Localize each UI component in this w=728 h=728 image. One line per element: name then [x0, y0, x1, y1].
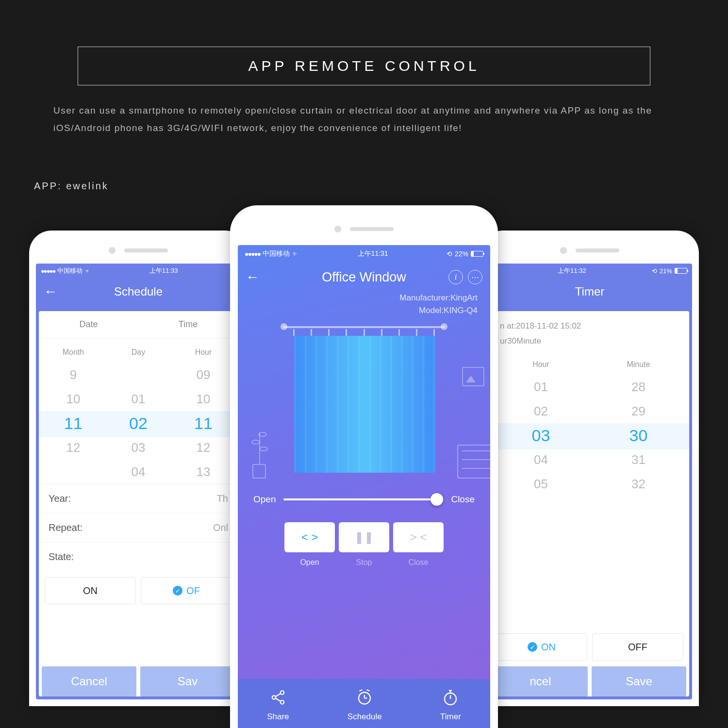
stop-button[interactable]: ❚❚ [339, 522, 389, 552]
timer-icon [441, 688, 460, 707]
save-button[interactable]: Sav [140, 666, 235, 696]
clock-icon [355, 688, 374, 707]
date-picker[interactable]: 9101112 01020304 0910111213 [39, 363, 238, 484]
row-year[interactable]: Year:Th [39, 484, 238, 513]
nav-schedule[interactable]: Schedule [347, 688, 382, 722]
dresser-icon [457, 445, 490, 479]
state-on-button[interactable]: ✓ON [496, 633, 587, 661]
time-picker[interactable]: 0102030405 2829303132 [490, 375, 689, 496]
position-slider[interactable]: Open Close [238, 479, 490, 505]
info-icon[interactable]: i [448, 270, 463, 284]
state-on-button[interactable]: ON [45, 577, 136, 604]
screen-title: Schedule [114, 285, 163, 298]
state-off-button[interactable]: ✓OF [141, 577, 232, 604]
check-icon: ✓ [173, 586, 182, 596]
screen-title: Timer [575, 285, 604, 298]
svg-point-2 [281, 700, 284, 704]
phone-timer: 上午11:32 ⟲21% Timer n at:2018-11-02 15:02… [480, 231, 699, 706]
tab-time[interactable]: Time [138, 311, 238, 338]
wifi-icon: ᯤ [292, 250, 299, 258]
device-meta: Manufacturer:KingArt Model:KING-Q4 [238, 292, 490, 316]
row-state: State: [39, 542, 238, 571]
svg-point-0 [272, 696, 276, 699]
svg-line-8 [360, 690, 363, 691]
more-icon[interactable]: ⋯ [468, 270, 482, 284]
device-title: Office Window [322, 270, 406, 285]
tab-row: Date Time [39, 311, 238, 338]
timer-info: n at:2018-11-02 15:02ur30Minute [490, 311, 689, 350]
back-icon[interactable]: ← [44, 284, 57, 299]
check-icon: ✓ [528, 642, 537, 652]
phone-device-control: ●●●●●中国移动ᯤ 上午11:31 ⟲22% ← Office Window … [230, 205, 498, 728]
row-repeat[interactable]: Repeat:Onl [39, 513, 238, 542]
status-bar: 上午11:32 ⟲21% [487, 264, 692, 278]
close-button[interactable]: > < [393, 522, 444, 552]
page-title: APP REMOTE CONTROL [78, 58, 650, 74]
banner: APP REMOTE CONTROL [78, 47, 650, 85]
state-off-button[interactable]: OFF [592, 633, 683, 661]
phone-schedule: ●●●●●中国移动ᯤ 上午11:33 ← Schedule Date Time … [29, 231, 248, 706]
svg-line-4 [275, 698, 281, 702]
svg-point-1 [281, 691, 284, 695]
slider-thumb[interactable] [430, 493, 443, 506]
share-icon [268, 688, 288, 707]
cancel-button[interactable]: ncel [493, 666, 588, 696]
status-bar: ●●●●●中国移动ᯤ 上午11:33 [36, 264, 241, 278]
wifi-icon: ᯤ [85, 267, 91, 275]
tab-date[interactable]: Date [39, 311, 138, 338]
banner-description: User can use a smartphone to remotely op… [53, 102, 675, 137]
app-name-label: APP: ewelink [34, 181, 728, 192]
bottom-nav: Share Schedule Timer [238, 679, 490, 728]
svg-line-9 [367, 690, 370, 691]
svg-line-3 [275, 694, 281, 697]
save-button[interactable]: Save [592, 666, 686, 696]
curtain-illustration [272, 323, 456, 479]
picture-icon [462, 367, 484, 386]
nav-share[interactable]: Share [267, 688, 289, 722]
status-bar: ●●●●●中国移动ᯤ 上午11:31 ⟲22% [238, 245, 490, 263]
nav-timer[interactable]: Timer [440, 688, 461, 722]
cancel-button[interactable]: Cancel [42, 666, 136, 696]
open-button[interactable]: < > [284, 522, 335, 552]
back-icon[interactable]: ← [246, 269, 259, 285]
